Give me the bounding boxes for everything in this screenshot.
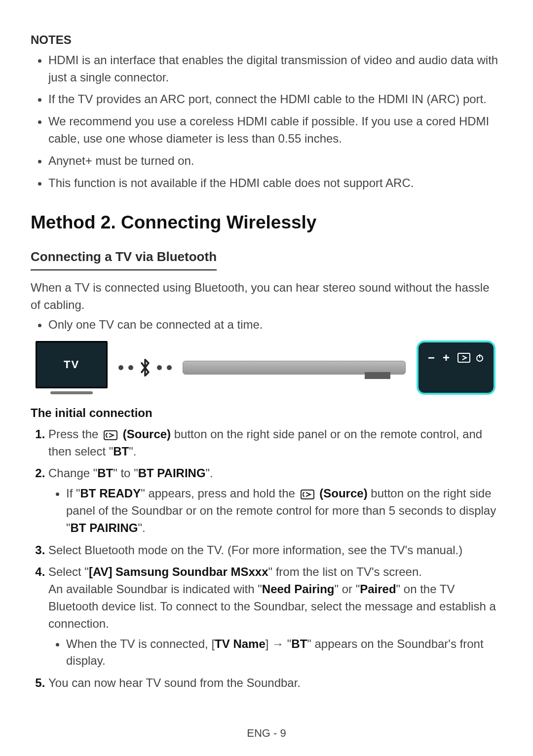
tv-graphic: TV <box>36 341 108 394</box>
source-icon <box>104 430 117 440</box>
source-label: (Source) <box>123 427 171 441</box>
bt-mode: BT <box>291 637 307 650</box>
tv-label: TV <box>64 357 79 373</box>
signal-dot <box>167 365 172 370</box>
control-panel-callout: − + <box>417 340 495 395</box>
steps-list: Press the (Source) button on the right s… <box>31 426 502 692</box>
connection-diagram: TV − + <box>36 340 502 395</box>
step-text: Press the <box>48 427 102 441</box>
step-text: " or " <box>335 582 360 596</box>
bluetooth-lead: When a TV is connected using Bluetooth, … <box>31 279 502 314</box>
tv-stand <box>50 391 93 394</box>
step-text: " to " <box>113 466 138 480</box>
soundbar-graphic <box>183 361 406 375</box>
bluetooth-note: Only one TV can be connected at a time. <box>48 316 502 334</box>
volume-up-icon: + <box>443 349 453 367</box>
step-item: You can now hear TV sound from the Sound… <box>48 675 502 692</box>
substep-item: When the TV is connected, [TV Name] → "B… <box>66 636 502 670</box>
power-icon <box>475 353 484 362</box>
paired: Paired <box>360 582 396 596</box>
manual-page: NOTES HDMI is an interface that enables … <box>0 0 533 756</box>
step-text: ". <box>206 466 213 480</box>
bluetooth-note-list: Only one TV can be connected at a time. <box>31 316 502 334</box>
signal-dot <box>157 365 162 370</box>
substep-list: When the TV is connected, [TV Name] → "B… <box>48 636 502 670</box>
step-text: " appears, press and hold the <box>141 487 298 500</box>
svg-rect-0 <box>458 353 470 362</box>
device-model: [AV] Samsung Soundbar MSxxx <box>89 565 268 578</box>
notes-list: HDMI is an interface that enables the di… <box>31 52 502 192</box>
step-text: If " <box>66 487 80 500</box>
bluetooth-signal <box>118 358 172 377</box>
bt-pairing: BT PAIRING <box>138 466 206 480</box>
bluetooth-subtitle: Connecting a TV via Bluetooth <box>31 248 217 270</box>
step-text: ". <box>129 445 136 458</box>
substep-list: If "BT READY" appears, press and hold th… <box>48 485 502 536</box>
note-item: We recommend you use a coreless HDMI cab… <box>48 113 502 148</box>
step-text: When the TV is connected, [ <box>66 637 215 650</box>
method-title: Method 2. Connecting Wirelessly <box>31 209 502 236</box>
source-label: (Source) <box>319 487 367 500</box>
step-text: ] → " <box>266 637 292 650</box>
page-number: ENG - 9 <box>247 727 286 739</box>
step-item: Change "BT" to "BT PAIRING". If "BT READ… <box>48 465 502 536</box>
tv-name: TV Name <box>215 637 266 650</box>
bt-ready: BT READY <box>80 487 141 500</box>
note-item: Anynet+ must be turned on. <box>48 152 502 170</box>
step-text: Select " <box>48 565 89 578</box>
bt-mode: BT <box>113 445 129 458</box>
need-pairing: Need Pairing <box>262 582 335 596</box>
signal-dot <box>118 365 123 370</box>
step-item: Select Bluetooth mode on the TV. (For mo… <box>48 542 502 559</box>
note-item: If the TV provides an ARC port, connect … <box>48 91 502 108</box>
step-text: " from the list on TV's screen. <box>268 565 422 578</box>
bt-pairing: BT PAIRING <box>71 521 138 534</box>
notes-heading: NOTES <box>31 32 502 49</box>
signal-dot <box>128 365 133 370</box>
bluetooth-icon <box>138 358 152 377</box>
source-icon <box>301 490 314 499</box>
initial-connection-title: The initial connection <box>31 405 502 422</box>
step-text: Change " <box>48 466 97 480</box>
note-item: HDMI is an interface that enables the di… <box>48 52 502 86</box>
bt-mode: BT <box>97 466 113 480</box>
step-item: Press the (Source) button on the right s… <box>48 426 502 460</box>
step-text: ". <box>138 521 145 534</box>
note-item: This function is not available if the HD… <box>48 175 502 192</box>
step-text: An available Soundbar is indicated with … <box>48 582 262 596</box>
step-item: Select "[AV] Samsung Soundbar MSxxx" fro… <box>48 564 502 670</box>
page-footer: ENG - 9 <box>0 725 533 741</box>
source-icon <box>457 353 470 363</box>
volume-down-icon: − <box>428 349 438 367</box>
soundbar <box>183 361 406 375</box>
tv-screen: TV <box>36 341 108 388</box>
substep-item: If "BT READY" appears, press and hold th… <box>66 485 502 536</box>
